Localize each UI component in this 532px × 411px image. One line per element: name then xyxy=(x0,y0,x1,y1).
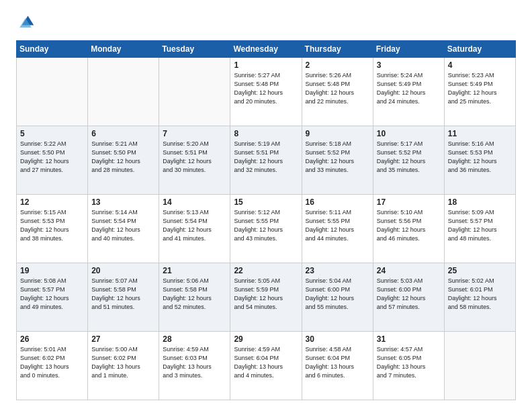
calendar-table: SundayMondayTuesdayWednesdayThursdayFrid… xyxy=(16,40,516,400)
calendar-cell xyxy=(444,332,515,400)
day-info: Sunrise: 5:05 AM Sunset: 5:59 PM Dayligh… xyxy=(234,277,298,312)
day-number: 9 xyxy=(306,129,369,138)
day-number: 19 xyxy=(20,266,84,275)
day-info: Sunrise: 5:03 AM Sunset: 6:00 PM Dayligh… xyxy=(377,277,441,312)
day-number: 30 xyxy=(306,334,369,344)
logo xyxy=(16,13,39,32)
header xyxy=(16,13,516,32)
day-info: Sunrise: 5:11 AM Sunset: 5:55 PM Dayligh… xyxy=(306,208,369,243)
day-number: 4 xyxy=(448,60,512,70)
day-info: Sunrise: 5:00 AM Sunset: 6:02 PM Dayligh… xyxy=(91,345,155,380)
day-number: 21 xyxy=(163,266,226,275)
day-number: 15 xyxy=(234,197,298,207)
calendar-cell: 22Sunrise: 5:05 AM Sunset: 5:59 PM Dayli… xyxy=(230,263,302,332)
day-info: Sunrise: 5:02 AM Sunset: 6:01 PM Dayligh… xyxy=(448,277,512,312)
day-info: Sunrise: 5:15 AM Sunset: 5:53 PM Dayligh… xyxy=(20,208,84,243)
calendar-cell: 28Sunrise: 4:59 AM Sunset: 6:03 PM Dayli… xyxy=(159,332,230,400)
calendar-week-2: 5Sunrise: 5:22 AM Sunset: 5:50 PM Daylig… xyxy=(17,126,516,195)
day-info: Sunrise: 5:23 AM Sunset: 5:49 PM Dayligh… xyxy=(448,71,512,106)
calendar-header-sunday: Sunday xyxy=(17,41,88,58)
calendar-header-row: SundayMondayTuesdayWednesdayThursdayFrid… xyxy=(17,41,516,58)
day-info: Sunrise: 5:18 AM Sunset: 5:52 PM Dayligh… xyxy=(306,140,369,175)
calendar-cell: 23Sunrise: 5:04 AM Sunset: 6:00 PM Dayli… xyxy=(302,263,373,332)
day-info: Sunrise: 5:06 AM Sunset: 5:58 PM Dayligh… xyxy=(163,277,226,312)
calendar-cell: 29Sunrise: 4:59 AM Sunset: 6:04 PM Dayli… xyxy=(230,332,302,400)
day-number: 14 xyxy=(163,197,226,207)
calendar-cell: 6Sunrise: 5:21 AM Sunset: 5:50 PM Daylig… xyxy=(88,126,159,195)
calendar-cell: 16Sunrise: 5:11 AM Sunset: 5:55 PM Dayli… xyxy=(302,195,373,263)
day-info: Sunrise: 5:07 AM Sunset: 5:58 PM Dayligh… xyxy=(91,277,155,312)
day-info: Sunrise: 5:14 AM Sunset: 5:54 PM Dayligh… xyxy=(91,208,155,243)
day-info: Sunrise: 4:59 AM Sunset: 6:03 PM Dayligh… xyxy=(163,345,226,380)
day-number: 5 xyxy=(20,129,84,138)
day-number: 6 xyxy=(91,129,155,138)
day-info: Sunrise: 5:01 AM Sunset: 6:02 PM Dayligh… xyxy=(20,345,84,380)
calendar-cell: 27Sunrise: 5:00 AM Sunset: 6:02 PM Dayli… xyxy=(88,332,159,400)
day-info: Sunrise: 5:12 AM Sunset: 5:55 PM Dayligh… xyxy=(234,208,298,243)
day-number: 26 xyxy=(20,334,84,344)
calendar-header-wednesday: Wednesday xyxy=(230,41,302,58)
day-number: 16 xyxy=(306,197,369,207)
calendar-cell: 5Sunrise: 5:22 AM Sunset: 5:50 PM Daylig… xyxy=(17,126,88,195)
day-number: 11 xyxy=(448,129,512,138)
calendar-cell: 1Sunrise: 5:27 AM Sunset: 5:48 PM Daylig… xyxy=(230,58,302,126)
day-info: Sunrise: 4:57 AM Sunset: 6:05 PM Dayligh… xyxy=(377,345,441,380)
day-info: Sunrise: 5:20 AM Sunset: 5:51 PM Dayligh… xyxy=(163,140,226,175)
calendar-cell xyxy=(17,58,88,126)
day-number: 27 xyxy=(91,334,155,344)
page: SundayMondayTuesdayWednesdayThursdayFrid… xyxy=(0,0,532,411)
day-number: 7 xyxy=(163,129,226,138)
day-number: 20 xyxy=(91,266,155,275)
calendar-week-4: 19Sunrise: 5:08 AM Sunset: 5:57 PM Dayli… xyxy=(17,263,516,332)
calendar-header-saturday: Saturday xyxy=(444,41,515,58)
calendar-cell: 9Sunrise: 5:18 AM Sunset: 5:52 PM Daylig… xyxy=(302,126,373,195)
day-number: 10 xyxy=(377,129,441,138)
day-number: 22 xyxy=(234,266,298,275)
day-number: 24 xyxy=(377,266,441,275)
day-number: 8 xyxy=(234,129,298,138)
calendar-cell: 19Sunrise: 5:08 AM Sunset: 5:57 PM Dayli… xyxy=(17,263,88,332)
logo-icon xyxy=(16,13,35,32)
calendar-header-thursday: Thursday xyxy=(302,41,373,58)
calendar-cell: 25Sunrise: 5:02 AM Sunset: 6:01 PM Dayli… xyxy=(444,263,515,332)
calendar-cell: 14Sunrise: 5:13 AM Sunset: 5:54 PM Dayli… xyxy=(159,195,230,263)
day-number: 25 xyxy=(448,266,512,275)
calendar-cell: 11Sunrise: 5:16 AM Sunset: 5:53 PM Dayli… xyxy=(444,126,515,195)
calendar-cell: 7Sunrise: 5:20 AM Sunset: 5:51 PM Daylig… xyxy=(159,126,230,195)
calendar-cell: 12Sunrise: 5:15 AM Sunset: 5:53 PM Dayli… xyxy=(17,195,88,263)
day-info: Sunrise: 5:27 AM Sunset: 5:48 PM Dayligh… xyxy=(234,71,298,106)
calendar-cell: 30Sunrise: 4:58 AM Sunset: 6:04 PM Dayli… xyxy=(302,332,373,400)
calendar-cell: 13Sunrise: 5:14 AM Sunset: 5:54 PM Dayli… xyxy=(88,195,159,263)
day-info: Sunrise: 5:04 AM Sunset: 6:00 PM Dayligh… xyxy=(306,277,369,312)
calendar-cell: 15Sunrise: 5:12 AM Sunset: 5:55 PM Dayli… xyxy=(230,195,302,263)
day-info: Sunrise: 5:10 AM Sunset: 5:56 PM Dayligh… xyxy=(377,208,441,243)
day-number: 18 xyxy=(448,197,512,207)
calendar-header-monday: Monday xyxy=(88,41,159,58)
day-info: Sunrise: 5:09 AM Sunset: 5:57 PM Dayligh… xyxy=(448,208,512,243)
calendar-cell: 24Sunrise: 5:03 AM Sunset: 6:00 PM Dayli… xyxy=(373,263,444,332)
calendar-cell: 4Sunrise: 5:23 AM Sunset: 5:49 PM Daylig… xyxy=(444,58,515,126)
calendar-cell: 18Sunrise: 5:09 AM Sunset: 5:57 PM Dayli… xyxy=(444,195,515,263)
day-number: 31 xyxy=(377,334,441,344)
calendar-week-5: 26Sunrise: 5:01 AM Sunset: 6:02 PM Dayli… xyxy=(17,332,516,400)
calendar-cell: 8Sunrise: 5:19 AM Sunset: 5:51 PM Daylig… xyxy=(230,126,302,195)
calendar-cell: 2Sunrise: 5:26 AM Sunset: 5:48 PM Daylig… xyxy=(302,58,373,126)
day-info: Sunrise: 5:22 AM Sunset: 5:50 PM Dayligh… xyxy=(20,140,84,175)
calendar-header-friday: Friday xyxy=(373,41,444,58)
calendar-cell: 21Sunrise: 5:06 AM Sunset: 5:58 PM Dayli… xyxy=(159,263,230,332)
day-info: Sunrise: 5:19 AM Sunset: 5:51 PM Dayligh… xyxy=(234,140,298,175)
calendar-header-tuesday: Tuesday xyxy=(159,41,230,58)
calendar-cell: 20Sunrise: 5:07 AM Sunset: 5:58 PM Dayli… xyxy=(88,263,159,332)
day-number: 2 xyxy=(306,60,369,70)
day-info: Sunrise: 5:21 AM Sunset: 5:50 PM Dayligh… xyxy=(91,140,155,175)
day-info: Sunrise: 4:59 AM Sunset: 6:04 PM Dayligh… xyxy=(234,345,298,380)
calendar-cell: 26Sunrise: 5:01 AM Sunset: 6:02 PM Dayli… xyxy=(17,332,88,400)
day-info: Sunrise: 5:24 AM Sunset: 5:49 PM Dayligh… xyxy=(377,71,441,106)
calendar-cell xyxy=(159,58,230,126)
day-number: 28 xyxy=(163,334,226,344)
calendar-week-1: 1Sunrise: 5:27 AM Sunset: 5:48 PM Daylig… xyxy=(17,58,516,126)
calendar-cell: 17Sunrise: 5:10 AM Sunset: 5:56 PM Dayli… xyxy=(373,195,444,263)
day-number: 3 xyxy=(377,60,441,70)
day-number: 23 xyxy=(306,266,369,275)
calendar-cell: 31Sunrise: 4:57 AM Sunset: 6:05 PM Dayli… xyxy=(373,332,444,400)
